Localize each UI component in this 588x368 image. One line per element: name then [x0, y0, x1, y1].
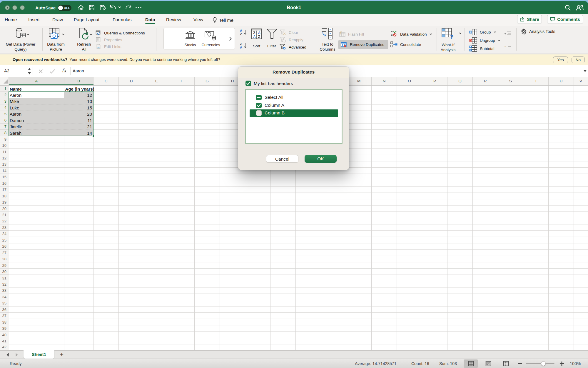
tab-page-layout[interactable]: Page Layout: [74, 17, 99, 22]
sheet-tab-sheet1[interactable]: Sheet1: [24, 350, 54, 359]
tab-tell-me[interactable]: Tell me: [213, 17, 233, 23]
cell-B7[interactable]: 21: [64, 124, 92, 129]
subtotal-button[interactable]: Subtotal: [469, 45, 495, 52]
tab-review[interactable]: Review: [166, 17, 181, 22]
row-header-25[interactable]: 25: [0, 237, 9, 243]
ok-button[interactable]: OK: [305, 155, 337, 163]
sort-button[interactable]: ZAAZ Sort: [248, 28, 265, 41]
zoom-in-icon[interactable]: [559, 361, 564, 366]
cell-A5[interactable]: Aaron: [10, 111, 21, 116]
remove-duplicates-button[interactable]: Remove Duplicates: [338, 40, 388, 49]
formula-input[interactable]: Aaron: [73, 69, 84, 73]
comments-button[interactable]: Comments: [547, 15, 583, 24]
cell-B5[interactable]: 20: [64, 111, 92, 116]
cancel-button[interactable]: Cancel: [266, 155, 298, 163]
row-header-11[interactable]: 11: [0, 149, 9, 155]
currencies-button[interactable]: [195, 30, 227, 43]
row-header-36[interactable]: 36: [0, 307, 9, 313]
row-header-26[interactable]: 26: [0, 243, 9, 249]
row-header-41[interactable]: 41: [0, 338, 9, 344]
row-header-2[interactable]: 2: [0, 92, 9, 98]
cell-A8[interactable]: Sarah: [10, 131, 21, 136]
show-detail-button[interactable]: [503, 31, 511, 37]
text-to-columns-button[interactable]: Text toColumns: [319, 27, 336, 41]
cell-A7[interactable]: Jinelle: [10, 124, 22, 129]
row-header-30[interactable]: 30: [0, 269, 9, 275]
row-header-7[interactable]: 7: [0, 124, 9, 130]
filter-button[interactable]: Filter: [265, 28, 278, 41]
row-header-5[interactable]: 5: [0, 111, 9, 117]
row-header-19[interactable]: 19: [0, 199, 9, 205]
gallery-more-icon[interactable]: [229, 36, 232, 41]
insert-function-icon[interactable]: fx: [62, 68, 66, 74]
row-header-20[interactable]: 20: [0, 206, 9, 212]
column-header-M[interactable]: M: [346, 77, 372, 85]
yes-button[interactable]: Yes: [553, 56, 568, 63]
column-header-F[interactable]: F: [169, 77, 195, 85]
row-header-6[interactable]: 6: [0, 117, 9, 123]
add-sheet-button[interactable]: +: [58, 351, 65, 359]
select-all-corner[interactable]: [0, 77, 9, 85]
share-button[interactable]: Share: [517, 15, 542, 24]
reapply-filter-button[interactable]: Reapply: [279, 36, 303, 43]
fill-handle[interactable]: [92, 135, 94, 137]
tab-home[interactable]: Home: [5, 17, 17, 22]
column-header-V[interactable]: V: [574, 77, 588, 85]
row-header-18[interactable]: 18: [0, 193, 9, 199]
name-box[interactable]: A2: [0, 65, 33, 77]
my-list-has-headers-checkbox[interactable]: [245, 81, 251, 86]
row-header-28[interactable]: 28: [0, 256, 9, 262]
column-header-R[interactable]: R: [473, 77, 498, 85]
what-if-analysis-button[interactable]: ? What-IfAnalysis: [440, 27, 456, 41]
column-header-G[interactable]: G: [195, 77, 220, 85]
analysis-tools-button[interactable]: Analysis Tools: [520, 28, 555, 35]
tab-formulas[interactable]: Formulas: [113, 17, 132, 22]
list-item-column-a[interactable]: Column A: [246, 102, 342, 109]
normal-view-button[interactable]: [464, 359, 478, 368]
select-all-checkbox[interactable]: [256, 95, 262, 100]
column-header-S[interactable]: S: [498, 77, 523, 85]
page-layout-view-button[interactable]: [481, 359, 495, 368]
formula-bar-expand-icon[interactable]: [583, 70, 587, 73]
row-header-15[interactable]: 15: [0, 174, 9, 180]
row-header-29[interactable]: 29: [0, 262, 9, 269]
row-header-24[interactable]: 24: [0, 231, 9, 237]
zoom-slider-thumb[interactable]: [541, 361, 546, 366]
cell-B1[interactable]: Age (in years): [65, 86, 94, 91]
cell-A1[interactable]: Name: [10, 86, 22, 91]
cell-A6[interactable]: Damon: [10, 118, 24, 123]
cell-A2[interactable]: Aaron: [10, 93, 21, 98]
row-header-37[interactable]: 37: [0, 313, 9, 319]
consolidate-button[interactable]: Consolidate: [390, 41, 421, 48]
row-header-16[interactable]: 16: [0, 180, 9, 187]
row-header-22[interactable]: 22: [0, 218, 9, 224]
sort-ascending-button[interactable]: AZ: [240, 29, 248, 37]
flash-fill-button[interactable]: Flash Fill: [339, 31, 364, 37]
people-icon[interactable]: [575, 4, 582, 11]
dialog-titlebar[interactable]: Remove Duplicates: [238, 67, 349, 78]
no-button[interactable]: No: [572, 56, 585, 63]
column-a-checkbox[interactable]: [256, 103, 262, 108]
column-header-N[interactable]: N: [372, 77, 397, 85]
clear-filter-button[interactable]: Clear: [279, 29, 298, 36]
tab-data[interactable]: Data: [145, 17, 155, 22]
ungroup-button[interactable]: Ungroup: [469, 37, 501, 44]
refresh-all-button[interactable]: RefreshAll: [76, 27, 92, 42]
name-box-stepper[interactable]: [27, 67, 31, 75]
page-break-view-button[interactable]: [499, 359, 513, 368]
tab-view[interactable]: View: [193, 17, 203, 22]
row-header-23[interactable]: 23: [0, 224, 9, 231]
list-item-select-all[interactable]: Select All: [246, 94, 342, 101]
column-header-U[interactable]: U: [549, 77, 574, 85]
row-header-27[interactable]: 27: [0, 250, 9, 256]
column-header-T[interactable]: T: [523, 77, 549, 85]
cancel-entry-icon[interactable]: [38, 69, 43, 74]
column-header-O[interactable]: O: [397, 77, 422, 85]
row-header-1[interactable]: 1: [0, 86, 9, 92]
row-header-12[interactable]: 12: [0, 155, 9, 161]
zoom-out-icon[interactable]: [518, 363, 522, 364]
get-data-button[interactable]: Get Data (PowerQuery): [3, 27, 38, 42]
group-button[interactable]: Group: [469, 29, 497, 35]
row-header-34[interactable]: 34: [0, 294, 9, 300]
search-icon[interactable]: [564, 4, 571, 11]
